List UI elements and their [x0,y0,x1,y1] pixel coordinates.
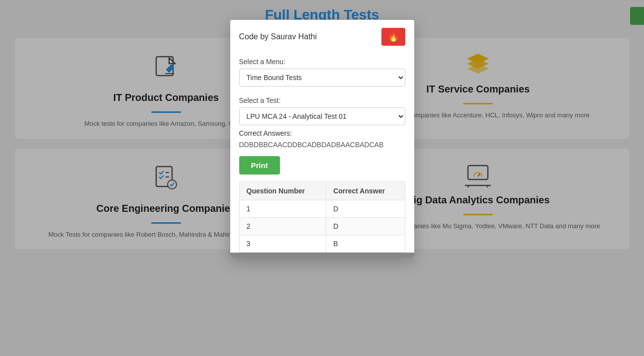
modal-header: Code by Saurav Hathi 🔥 [230,20,414,52]
correct-answer-cell: D [326,218,405,235]
correct-answer-cell: D [326,200,405,218]
question-number-cell: 3 [239,235,326,253]
modal-scrollbar[interactable] [230,253,414,258]
flame-button[interactable]: 🔥 [381,28,405,46]
correct-answers-text: DDBDBBCAACDDBCADBDADBAACBADCAB [239,139,405,150]
flame-emoji: 🔥 [388,31,399,42]
table-row: 2D [239,218,405,235]
question-number-cell: 2 [239,218,326,235]
menu-select[interactable]: Time Bound Tests Full Length Tests Topic… [239,69,405,87]
print-button[interactable]: Print [239,156,280,175]
modal-body: Select a Menu: Time Bound Tests Full Len… [230,52,414,253]
correct-answers-label: Correct Answers: [239,129,405,137]
table-row: 1D [239,200,405,218]
modal-title: Code by Saurav Hathi [239,32,317,41]
question-number-cell: 1 [239,200,326,218]
modal: Code by Saurav Hathi 🔥 Select a Menu: Ti… [230,20,414,258]
select-test-label: Select a Test: [239,96,405,104]
answers-table: Question Number Correct Answer 1D2D3B [239,181,405,253]
col-question-number: Question Number [239,182,326,200]
col-correct-answer: Correct Answer [326,182,405,200]
modal-overlay: Code by Saurav Hathi 🔥 Select a Menu: Ti… [0,0,644,356]
select-menu-label: Select a Menu: [239,58,405,66]
test-select[interactable]: LPU MCA 24 - Analytical Test 01 LPU MCA … [239,107,405,125]
correct-answer-cell: B [326,235,405,253]
table-row: 3B [239,235,405,253]
